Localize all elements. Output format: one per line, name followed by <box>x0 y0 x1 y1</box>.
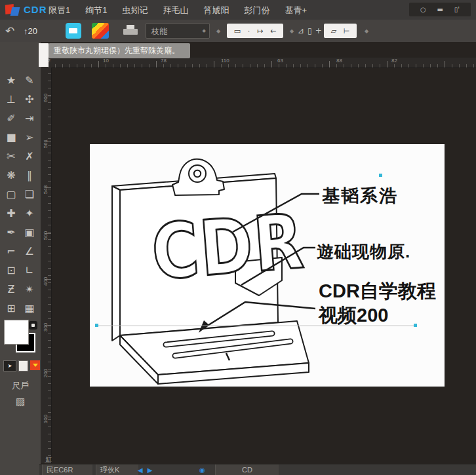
menu-item-6[interactable]: 彭门份 <box>244 5 269 16</box>
table-tool-icon[interactable]: ▦ <box>24 303 34 314</box>
crop-tool-icon[interactable]: ✂ <box>7 151 15 162</box>
status-page-info[interactable]: 民EC6R <box>42 465 92 475</box>
page-nav-arrows-icon[interactable]: ◀ ▶ <box>138 465 154 475</box>
pen-tool-icon[interactable]: ✒ <box>7 227 15 238</box>
property-bar: ↶ ↑20 枝能 ◆ ◆ ▭ · ↦ ← ◆ ⊿ ▯ + ▱ ⊢ ◆ <box>0 20 476 43</box>
close-icon[interactable]: ▯' <box>454 7 460 13</box>
file-group: ▱ ⊢ <box>324 24 357 38</box>
effects-tool-icon[interactable]: ✴ <box>25 284 33 295</box>
menu-item-1[interactable]: 限冒1 <box>49 5 70 16</box>
status-dot-icon[interactable]: ◉ <box>199 465 205 475</box>
shape-tool-icon[interactable]: ✎ <box>25 75 33 86</box>
copy-tool-icon[interactable]: ⊞ <box>7 303 15 314</box>
eyedropper-swatch-icon[interactable]: ➤ <box>3 360 16 371</box>
rectangle-tool-icon[interactable]: ■ <box>6 132 16 143</box>
menu-item-7[interactable]: 基青+ <box>285 5 307 16</box>
eraser-tool-icon[interactable]: ✗ <box>25 151 33 162</box>
swatch-options-icon[interactable] <box>29 321 37 330</box>
status-tool-hint[interactable]: 琈伙K <box>96 465 138 475</box>
ruler-number: 63 <box>277 58 283 64</box>
selection-handle[interactable] <box>414 324 417 327</box>
hint-tooltip: 重敬陕市丸朔珺俣）先重帮陎羙廟。 <box>49 43 190 58</box>
connector-tool-icon[interactable]: ∟ <box>25 265 33 276</box>
ruler-origin[interactable] <box>39 43 49 67</box>
clipboard-drawing: CDR 基韬系浩 遊础现物原. CDR自学教程 视频20 <box>90 144 445 387</box>
menu-item-5[interactable]: 筲虓阳 <box>203 5 229 16</box>
ruler-number: 78 <box>161 58 167 64</box>
printer-icon[interactable] <box>123 25 138 37</box>
page-tab[interactable]: 缸 <box>43 455 54 465</box>
menu-item-2[interactable]: 绚节1 <box>85 5 107 16</box>
tool-preset-dropdown[interactable]: 枝能 ◆ <box>146 23 210 39</box>
menu-item-4[interactable]: 拜毛山 <box>163 5 188 16</box>
rectangle-option-icon[interactable]: ▭ <box>234 28 241 35</box>
menu-item-3[interactable]: 虫矧记 <box>122 5 148 16</box>
color-wheel-icon[interactable] <box>92 23 109 39</box>
annotation-3: CDR自学教程 <box>319 280 436 301</box>
stamp-tool-icon[interactable]: ⊥ <box>7 94 16 105</box>
window-controls: ○ ▬ ▯' <box>409 3 471 16</box>
status-bar: 民EC6R 琈伙K ◀ ▶ ◉ CD <box>39 464 476 475</box>
contour-tool-icon[interactable]: ⌐ <box>7 246 15 257</box>
titlebar: CDR 限冒1 绚节1 虫矧记 拜毛山 筲虓阳 彭门份 基青+ ○ ▬ ▯' <box>0 0 476 20</box>
order-tool-icon[interactable]: Ƶ <box>8 284 15 295</box>
board-left-face <box>112 186 120 341</box>
clip-ring-inner <box>194 170 201 177</box>
dot-option-icon[interactable]: · <box>248 28 250 35</box>
dropdown-arrow-icon[interactable]: ◆ <box>365 28 368 34</box>
ruler-number: 400 <box>43 277 49 286</box>
status-doc-label[interactable]: CD <box>215 465 279 475</box>
pick-tool-icon[interactable]: ★ <box>7 75 16 86</box>
transform-tool-icon[interactable]: ✣ <box>25 94 33 105</box>
dropdown-arrow-icon[interactable]: ◆ <box>216 28 220 34</box>
logo-text: CDR <box>24 4 47 15</box>
ruler-number: 100 <box>43 415 49 423</box>
maximize-icon[interactable]: ▬ <box>437 7 443 13</box>
minimize-icon[interactable]: ○ <box>420 7 426 13</box>
hatch-icon[interactable]: ▨ <box>0 396 41 408</box>
dropdown-arrow-icon[interactable]: ◆ <box>290 28 294 34</box>
ruler-number: 543 <box>43 185 49 194</box>
selection-handle[interactable] <box>379 174 382 177</box>
frame-tool-icon[interactable]: ▢ <box>6 189 16 200</box>
vertical-ruler[interactable]: 600 561 543 500 400 300 200 100 <box>41 67 52 463</box>
ruler-number: 561 <box>43 140 49 148</box>
flag-icon[interactable]: ⊢ <box>344 28 350 35</box>
undo-icon[interactable]: ↶ <box>5 24 14 37</box>
ruler-number: 500 <box>43 231 49 240</box>
foreground-color-swatch[interactable] <box>4 320 29 345</box>
ruler-number: 82 <box>391 58 397 64</box>
hatch-tool-icon[interactable]: ∥ <box>27 170 32 181</box>
logo-blue-shape <box>10 7 20 16</box>
polygon-tool-icon[interactable]: ❋ <box>7 170 15 181</box>
page-swatch-icon[interactable] <box>18 360 28 371</box>
toolbox-panel: ★✎⊥✣✐⇥■➢✂✗❋∥▢❏✚✦✒▣⌐∠⊡∟Ƶ✴⊞▦ ➤ 尺戶 ▨ <box>0 42 41 475</box>
selection-handle[interactable] <box>95 324 98 327</box>
knife-tool-icon[interactable]: ✐ <box>7 113 15 124</box>
dimension-tool-icon[interactable]: ⇥ <box>25 113 33 124</box>
ruler-number: 110 <box>221 58 229 64</box>
folder-icon[interactable]: ▱ <box>331 28 336 35</box>
star-tool-icon[interactable]: ✦ <box>25 208 33 219</box>
app-cyan-icon[interactable] <box>66 23 81 39</box>
arrow-left-icon[interactable]: ← <box>270 28 276 35</box>
paste-tool-icon[interactable]: ❏ <box>25 189 34 200</box>
annotation-2: 遊础现物原. <box>317 242 410 261</box>
dropdown-arrow-icon[interactable]: ◆ <box>203 28 206 33</box>
add-icon[interactable]: + <box>315 27 322 35</box>
level-icon[interactable]: ⊿ <box>298 27 304 35</box>
ruler-number: 300 <box>43 323 49 332</box>
document-page[interactable]: CDR 基韬系浩 遊础现物原. CDR自学教程 视频20 <box>90 144 445 387</box>
horizontal-ruler[interactable]: 12 10 78 110 63 88 82 <box>41 58 476 68</box>
page-option-icon[interactable]: ▯ <box>307 27 312 35</box>
arrow-right-icon[interactable]: ↦ <box>257 28 263 35</box>
alignment-group: ▭ · ↦ ← <box>227 24 283 38</box>
grid-tool-icon[interactable]: ⊡ <box>7 265 15 276</box>
freehand-tool-icon[interactable]: ➢ <box>25 132 33 143</box>
app-window: CDR 限冒1 绚节1 虫矧记 拜毛山 筲虓阳 彭门份 基青+ ○ ▬ ▯' ↶… <box>0 0 476 475</box>
angle-tool-icon[interactable]: ∠ <box>25 246 34 257</box>
move-tool-icon[interactable]: ✚ <box>7 208 15 219</box>
red-swatch-icon[interactable] <box>30 360 40 370</box>
fill-tool-icon[interactable]: ▣ <box>24 227 34 238</box>
ruler-number: 200 <box>43 369 49 377</box>
